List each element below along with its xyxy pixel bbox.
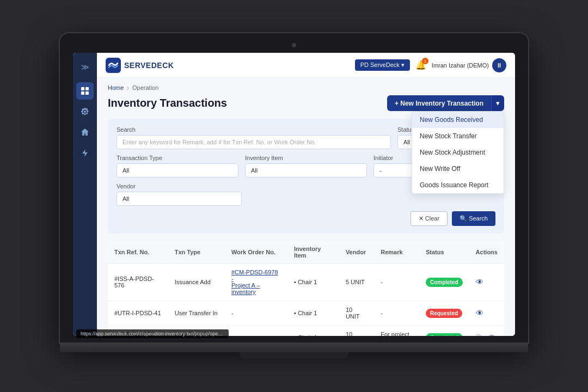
action-group: 📎 👁: [476, 333, 498, 336]
status-badge-requested: Requested: [426, 309, 462, 318]
new-transaction-button[interactable]: + New Inventory Transaction: [387, 95, 491, 111]
camera: [292, 43, 296, 47]
breadcrumb-separator: ›: [127, 84, 129, 91]
action-group: 👁: [476, 278, 498, 286]
view-icon[interactable]: 👁: [476, 309, 483, 317]
col-inventory-item: Inventory Item: [287, 241, 339, 264]
col-txn-type: Txn Type: [168, 241, 225, 264]
sidebar-icon-settings[interactable]: [76, 103, 94, 120]
url-bar: https://app.servedeck.com/#/operation-in…: [76, 329, 229, 338]
search-button[interactable]: 🔍 Search: [452, 211, 495, 226]
search-label: Search: [117, 126, 391, 133]
cell-status: Requested: [419, 301, 469, 326]
cell-work-order: -: [225, 301, 287, 326]
status-badge-completed: Completed: [426, 333, 463, 336]
logo-text: SERVEDECK: [124, 61, 174, 70]
dropdown-item-issuance-report[interactable]: Goods Issuance Report: [412, 177, 504, 193]
user-info[interactable]: Imran Izahar (DEMO) II: [432, 58, 506, 72]
breadcrumb: Home › Operation: [108, 84, 504, 91]
page-title: Inventory Transactions: [108, 97, 227, 109]
svg-rect-0: [81, 87, 84, 90]
cell-actions: 👁: [469, 301, 504, 326]
user-name: Imran Izahar (DEMO): [432, 62, 489, 69]
breadcrumb-current: Operation: [132, 84, 158, 91]
cell-txn-ref: #ISS-A-PDSD-576: [108, 264, 168, 301]
notification-badge: 1: [422, 58, 428, 64]
screen: ≫: [73, 53, 515, 336]
svg-rect-3: [85, 91, 89, 95]
filter-group-search: Search: [117, 126, 391, 149]
cell-actions: 👁: [469, 264, 504, 301]
col-work-order: Work Order No.: [225, 241, 287, 264]
sidebar-icon-grid[interactable]: [76, 82, 94, 100]
new-transaction-caret[interactable]: ▾: [491, 95, 504, 111]
sidebar-toggle[interactable]: ≫: [78, 59, 93, 75]
filter-group-inventory-item: Inventory Item All: [245, 155, 367, 177]
laptop-stand: [240, 352, 348, 359]
main-content: SERVEDECK PD ServeDeck ▾ 🔔 1 Imran Izaha…: [97, 53, 515, 336]
table-row: #ISS-A-PDSD-576 Issuance Add #CM-PDSD-69…: [108, 264, 504, 301]
filter-group-vendor: Vendor All: [117, 183, 242, 206]
cell-actions: 📎 👁: [469, 326, 504, 336]
notification-bell[interactable]: 🔔 1: [415, 60, 426, 70]
dropdown-item-goods-received[interactable]: New Goods Received: [412, 112, 504, 128]
work-order-link[interactable]: #CM-PDSD-6978 -Project A – inventory: [231, 269, 278, 295]
filter-group-txn-type: Transaction Type All: [117, 155, 238, 177]
new-transaction-dropdown: + New Inventory Transaction ▾ New Goods …: [387, 95, 504, 111]
dropdown-menu: New Goods Received New Stock Transfer Ne…: [412, 111, 504, 194]
cell-work-order: #CM-PDSD-6978 -Project A – inventory: [225, 264, 287, 301]
dropdown-item-stock-adjustment[interactable]: New Stock Adjustment: [412, 144, 504, 161]
topnav: SERVEDECK PD ServeDeck ▾ 🔔 1 Imran Izaha…: [97, 53, 515, 78]
laptop-base: [60, 342, 528, 352]
cell-status: Completed: [419, 264, 469, 301]
page-content: Home › Operation Inventory Transactions …: [97, 78, 515, 336]
page-header: Inventory Transactions + New Inventory T…: [108, 95, 504, 111]
cell-remark: For project A: [374, 326, 419, 336]
cell-txn-type: Issuance Add: [168, 264, 225, 301]
org-selector[interactable]: PD ServeDeck ▾: [355, 59, 410, 71]
svg-rect-4: [106, 58, 121, 73]
cell-work-order: -: [225, 326, 287, 336]
vendor-label: Vendor: [117, 183, 242, 189]
col-vendor: Vendor: [339, 241, 374, 264]
filter-actions: ✕ Clear 🔍 Search: [117, 211, 495, 226]
col-remark: Remark: [374, 241, 419, 264]
dropdown-item-stock-transfer[interactable]: New Stock Transfer: [412, 128, 504, 144]
action-group: 👁: [476, 309, 498, 317]
inventory-item-label: Inventory Item: [245, 155, 367, 161]
txn-type-label: Transaction Type: [117, 155, 238, 161]
topnav-right: PD ServeDeck ▾ 🔔 1 Imran Izahar (DEMO) I…: [355, 58, 506, 72]
cell-vendor: 10 UNIT: [339, 326, 374, 336]
svg-rect-2: [81, 91, 84, 95]
cell-vendor: 5 UNIT: [339, 264, 374, 301]
search-input[interactable]: [117, 135, 391, 149]
inventory-item-select[interactable]: All: [245, 163, 367, 177]
cell-remark: -: [374, 264, 419, 301]
cell-inventory-item: • Chair 1: [287, 301, 339, 326]
table-body: #ISS-A-PDSD-576 Issuance Add #CM-PDSD-69…: [108, 264, 504, 336]
cell-remark: -: [374, 301, 419, 326]
paperclip-icon[interactable]: 📎: [476, 334, 485, 336]
col-txn-ref: Txn Ref. No.: [108, 241, 168, 264]
col-actions: Actions: [469, 241, 504, 264]
vendor-select[interactable]: All: [117, 192, 242, 206]
view-icon[interactable]: 👁: [476, 278, 483, 286]
sidebar: ≫: [73, 53, 97, 336]
txn-type-select[interactable]: All: [117, 163, 238, 177]
sidebar-icon-lightning[interactable]: [76, 144, 94, 162]
cell-txn-ref: #UTR-I-PDSD-41: [108, 301, 168, 326]
logo-area: SERVEDECK: [106, 58, 174, 73]
transactions-table: Txn Ref. No. Txn Type Work Order No. Inv…: [108, 241, 504, 336]
table-container: Txn Ref. No. Txn Type Work Order No. Inv…: [108, 241, 504, 336]
user-avatar: II: [492, 58, 506, 72]
cell-inventory-item: • Chair 1: [287, 264, 339, 301]
view-icon[interactable]: 👁: [488, 333, 495, 336]
cell-txn-type: User Transfer In: [168, 301, 225, 326]
status-badge-completed: Completed: [426, 278, 463, 287]
clear-button[interactable]: ✕ Clear: [411, 211, 448, 226]
sidebar-icon-home[interactable]: [76, 124, 94, 141]
cell-vendor: 10 UNIT: [339, 301, 374, 326]
breadcrumb-home[interactable]: Home: [108, 84, 124, 91]
col-status: Status: [419, 241, 469, 264]
dropdown-item-write-off[interactable]: New Write Off: [412, 161, 504, 177]
